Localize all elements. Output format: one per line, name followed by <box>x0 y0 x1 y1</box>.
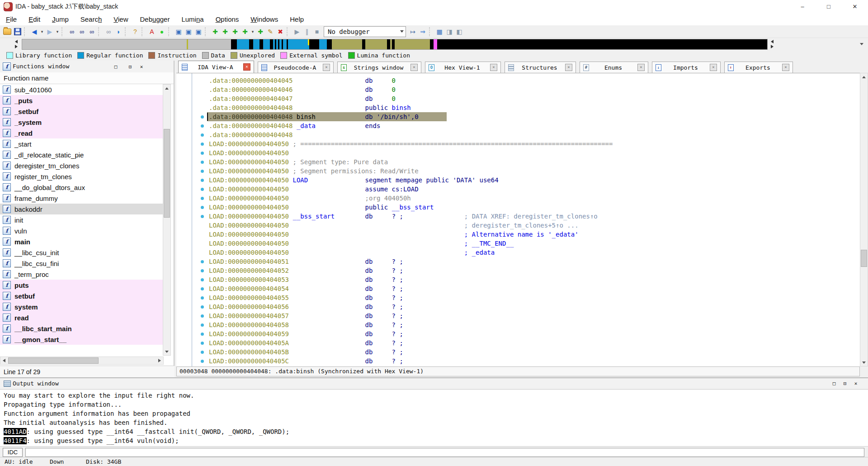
function-row[interactable]: fsystem <box>0 301 163 312</box>
edit-item-icon[interactable]: ✎ <box>266 27 275 36</box>
forward-history-icon[interactable]: ▾ <box>55 27 60 36</box>
function-row[interactable]: fvuln <box>0 225 163 236</box>
listing-line[interactable]: LOAD:0000000000404056 db ? ; <box>176 302 860 311</box>
tab-close-icon[interactable]: ✕ <box>490 64 497 71</box>
function-row[interactable]: fframe_dummy <box>0 193 163 204</box>
tab-close-icon[interactable]: ✕ <box>243 63 250 71</box>
function-row[interactable]: f__do_global_dtors_aux <box>0 182 163 193</box>
function-row[interactable]: f_dl_relocate_static_pie <box>0 149 163 160</box>
idc-language-button[interactable]: IDC <box>3 448 23 457</box>
navigate-forward-icon[interactable]: ▶ <box>45 27 54 36</box>
create-name-icon[interactable]: ✚ <box>231 27 240 36</box>
pause-process-icon[interactable]: ∥ <box>302 27 311 36</box>
tile-windows-icon[interactable]: ▣ <box>194 27 203 36</box>
band-scroll-right-icon[interactable] <box>13 44 20 49</box>
listing-line[interactable]: LOAD:000000000040405B db ? ; <box>176 347 860 357</box>
listing-line[interactable]: LOAD:0000000000404050 ; Alternative name… <box>176 230 860 239</box>
tab-close-icon[interactable]: ✕ <box>323 64 330 71</box>
ida-view-listing[interactable]: .data:0000000000404045 db 0.data:0000000… <box>176 73 860 367</box>
close-button[interactable]: ✕ <box>842 0 868 13</box>
jump-address-icon[interactable]: ◗ <box>114 27 123 36</box>
function-row[interactable]: f_system <box>0 117 163 128</box>
tab-close-icon[interactable]: ✕ <box>410 64 418 71</box>
listing-line[interactable]: LOAD:0000000000404050 ; ================… <box>176 139 860 148</box>
function-row[interactable]: fmain <box>0 236 163 247</box>
function-row[interactable]: fputs <box>0 280 163 290</box>
panel-close-icon[interactable]: ✕ <box>137 62 146 71</box>
listing-line[interactable]: LOAD:0000000000404050 <box>176 148 860 157</box>
open-file-icon[interactable] <box>3 29 11 35</box>
create-string-menu-icon[interactable]: ▾ <box>250 27 255 36</box>
create-code-icon[interactable]: ✚ <box>211 27 220 36</box>
run-until-icon[interactable]: ⇒ <box>418 27 427 36</box>
listing-vscroll-thumb[interactable] <box>861 250 867 267</box>
search-next-icon[interactable]: ∞ <box>104 27 113 36</box>
function-row[interactable]: fderegister_tm_clones <box>0 160 163 171</box>
analysis-options-icon[interactable]: A <box>147 27 156 36</box>
maximize-button[interactable]: □ <box>816 0 842 13</box>
band-overflow-icon[interactable] <box>858 42 865 47</box>
listing-line[interactable]: LOAD:0000000000404050 assume cs:LOAD <box>176 185 860 194</box>
calculator-icon[interactable]: ◨ <box>445 27 454 36</box>
functions-hscroll-thumb[interactable] <box>8 357 99 364</box>
menu-jump[interactable]: Jump <box>46 15 75 23</box>
panel-close-icon[interactable]: ✕ <box>852 379 860 387</box>
listing-line[interactable]: LOAD:0000000000404059 db ? ; <box>176 329 860 338</box>
function-row[interactable]: fsetbuf <box>0 290 163 301</box>
menu-debugger[interactable]: Debugger <box>134 15 176 23</box>
function-row[interactable]: f__libc_start_main <box>0 323 163 334</box>
tab-close-icon[interactable]: ✕ <box>782 64 789 71</box>
tab-hex-view-1[interactable]: OHex View-1✕ <box>425 62 501 73</box>
create-segment-icon[interactable]: ✚ <box>256 27 265 36</box>
listing-line[interactable]: .data:0000000000404045 db 0 <box>176 76 860 85</box>
band-scroll-left-icon[interactable] <box>13 39 20 44</box>
function-row[interactable]: f__libc_csu_init <box>0 247 163 258</box>
function-row[interactable]: fbackoddr <box>0 204 163 214</box>
listing-line[interactable]: .data:0000000000404048 _data ends <box>176 121 860 130</box>
listing-line[interactable]: LOAD:0000000000404058 db ? ; <box>176 320 860 329</box>
tab-exports[interactable]: ↑Exports✕ <box>724 62 793 73</box>
search-text-icon[interactable]: ∞ <box>77 27 86 36</box>
panel-maximize-icon[interactable]: □ <box>830 379 838 387</box>
command-input[interactable] <box>25 448 864 457</box>
function-row[interactable]: f_setbuf <box>0 106 163 117</box>
listing-line[interactable]: LOAD:0000000000404050 __bss_start db ? ;… <box>176 212 860 221</box>
listing-line[interactable]: .data:0000000000404048 public binsh <box>176 103 860 112</box>
listing-line[interactable]: LOAD:0000000000404050 LOAD segment mempa… <box>176 176 860 185</box>
open-subviews-icon[interactable]: ▦ <box>435 27 444 36</box>
tab-close-icon[interactable]: ✕ <box>565 64 572 71</box>
listing-line[interactable]: LOAD:000000000040405A db ? ; <box>176 338 860 347</box>
listing-line[interactable]: LOAD:0000000000404050 ; _edata <box>176 248 860 257</box>
address-link[interactable]: 4011F4 <box>4 437 27 444</box>
save-file-icon[interactable] <box>14 28 21 35</box>
menu-lumina[interactable]: Lumina <box>175 15 209 23</box>
menu-help[interactable]: Help <box>284 15 310 23</box>
function-row[interactable]: finit <box>0 214 163 225</box>
function-row[interactable]: f_start <box>0 138 163 149</box>
tab-enums[interactable]: #Enums✕ <box>580 62 648 73</box>
function-row[interactable]: fread <box>0 312 163 323</box>
tab-imports[interactable]: ↓Imports✕ <box>652 62 721 73</box>
function-row[interactable]: f_puts <box>0 95 163 106</box>
step-over-icon[interactable]: ↦ <box>408 27 417 36</box>
create-data-icon[interactable]: ✚ <box>221 27 230 36</box>
function-row[interactable]: f__gmon_start__ <box>0 334 163 345</box>
listing-line[interactable]: .data:0000000000404048 <box>176 130 860 139</box>
menu-search[interactable]: Search <box>75 15 108 23</box>
debugger-selector[interactable]: No debugger <box>324 26 406 37</box>
panel-float-icon[interactable]: ⊡ <box>841 379 849 387</box>
tab-ida-view-a[interactable]: IDA View-A✕ <box>178 61 254 73</box>
listing-vertical-scrollbar[interactable] <box>860 73 868 366</box>
function-row[interactable]: fregister_tm_clones <box>0 171 163 182</box>
listing-line[interactable]: LOAD:0000000000404050 ; Segment type: Pu… <box>176 157 860 166</box>
undefine-icon[interactable]: ✖ <box>276 27 285 36</box>
listing-line[interactable]: LOAD:000000000040405C db ? ; <box>176 357 860 366</box>
function-row[interactable]: f_term_proc <box>0 269 163 280</box>
function-name-column-header[interactable]: Function name <box>0 72 174 84</box>
minimize-button[interactable]: – <box>789 0 816 13</box>
listing-line[interactable]: LOAD:0000000000404050 ; Segment permissi… <box>176 166 860 176</box>
listing-line[interactable]: .data:0000000000404046 db 0 <box>176 85 860 94</box>
listing-line[interactable]: LOAD:0000000000404053 db ? ; <box>176 275 860 284</box>
listing-line[interactable]: LOAD:0000000000404054 db ? ; <box>176 284 860 293</box>
tab-strings-window[interactable]: sStrings window✕ <box>337 62 421 73</box>
